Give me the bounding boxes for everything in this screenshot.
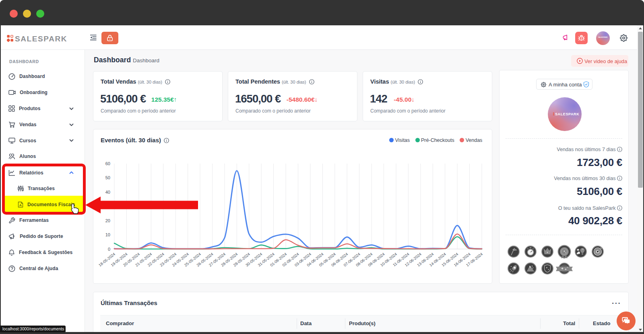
svg-text:40: 40 [105, 190, 110, 195]
svg-text:60: 60 [105, 161, 110, 166]
svg-text:50: 50 [105, 175, 110, 180]
svg-text:SALESPARK: SALESPARK [555, 112, 579, 116]
svg-text:20: 20 [105, 218, 110, 223]
svg-text:0: 0 [108, 247, 110, 252]
svg-text:10: 10 [105, 232, 110, 237]
svg-text:SALESPARK: SALESPARK [15, 35, 67, 43]
